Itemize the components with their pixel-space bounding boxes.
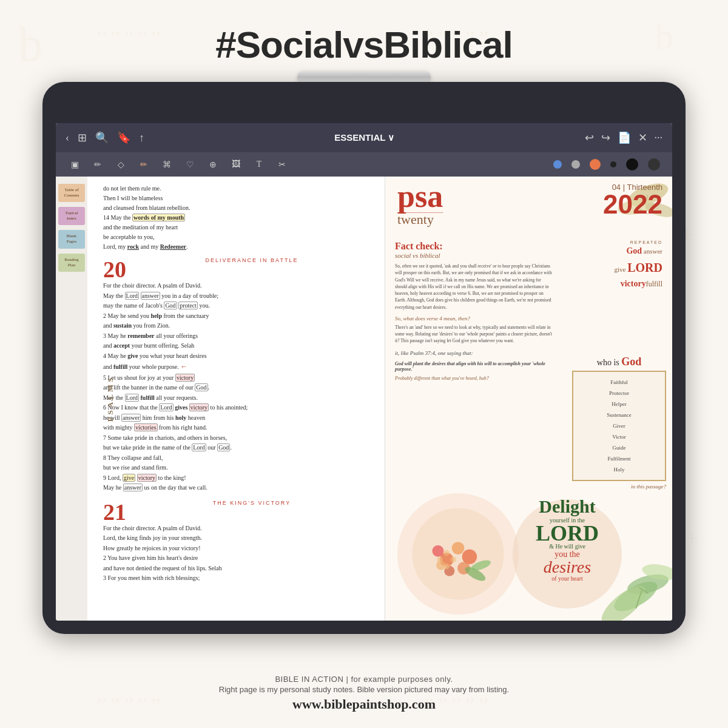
hl3: God: [164, 302, 177, 309]
footer-url: www.biblepaintshop.com: [121, 696, 607, 712]
chapter-21: 21 THE KING'S VICTORY For the choir dire…: [103, 499, 375, 584]
chapter-21-num: 21: [103, 500, 126, 524]
footer: BIBLE IN ACTION | for example purposes o…: [121, 675, 607, 712]
svg-point-16: [433, 545, 444, 557]
text-tool[interactable]: T: [252, 158, 266, 171]
twenty-label: twenty: [397, 212, 443, 228]
hl25: answer: [123, 484, 143, 491]
hl10: fulfill: [113, 363, 127, 370]
shape-tool[interactable]: ♡: [183, 158, 197, 171]
color-black-sm[interactable]: [610, 161, 616, 167]
fact-check-probably: Probably different than what you've hear…: [395, 376, 553, 381]
chapter-20-num: 20: [103, 258, 126, 281]
hl12: God: [195, 383, 207, 391]
word-give: give: [615, 266, 626, 273]
color-orange[interactable]: [590, 159, 601, 170]
hl15: Lord: [159, 403, 173, 411]
top-nav-bar: ‹ ⊞ 🔍 🔖 ↑ ESSENTIAL ∨ ↩ ↪ 📄 ✕ ···: [56, 123, 672, 152]
content-area: Table ofContents TopicalIndex BlankPages…: [56, 177, 672, 621]
tablet-body: ‹ ⊞ 🔍 🔖 ↑ ESSENTIAL ∨ ↩ ↪ 📄 ✕ ··· ▣: [42, 82, 686, 634]
more-icon[interactable]: ···: [655, 132, 663, 144]
word-lord: LORD: [627, 261, 662, 274]
chapter-21-title: THE KING'S VICTORY: [103, 499, 375, 508]
redo-icon[interactable]: ↪: [601, 131, 610, 144]
color-black[interactable]: [626, 158, 638, 170]
hl2: answer: [141, 292, 160, 300]
psalms-label: PSALMS: [104, 376, 116, 422]
doc-icon[interactable]: 📄: [618, 131, 631, 144]
bible-text: do not let them rule me. Then I will be …: [103, 184, 375, 584]
fact-check-conclusion: God will plant the desires that align wi…: [395, 361, 553, 372]
color-blue[interactable]: [553, 160, 562, 169]
arrow-mark: ←: [180, 362, 187, 371]
hl9: give: [127, 352, 138, 359]
fact-check-title: Fact check:: [395, 240, 553, 252]
tab-table-of-contents[interactable]: Table ofContents: [58, 184, 85, 202]
hl16: gives: [175, 404, 187, 411]
redeemer-highlight: Redeemer: [160, 243, 186, 250]
pen-tool[interactable]: ✏: [91, 158, 104, 171]
clip-tool[interactable]: ✂: [275, 158, 289, 171]
tablet-screen: ‹ ⊞ 🔍 🔖 ↑ ESSENTIAL ∨ ↩ ↪ 📄 ✕ ··· ▣: [56, 123, 672, 621]
hl7: remember: [127, 332, 154, 339]
fact-check-quote: it, like Psalm 37:4, one saying that:: [395, 349, 553, 358]
word-fulfill: fulfill: [646, 280, 662, 288]
word-victory: victory: [621, 279, 646, 288]
preceding-verses: do not let them rule me. Then I will be …: [103, 184, 375, 252]
svg-point-17: [452, 542, 465, 554]
word-god: God: [626, 246, 642, 255]
search-icon[interactable]: 🔍: [95, 131, 109, 144]
grid-tool[interactable]: ▣: [68, 158, 81, 171]
who-is-god-title: who is God: [572, 356, 666, 368]
repeated-words-section: REPEATED God answer give LORD victoryful…: [575, 240, 662, 291]
hl20: victories: [134, 423, 157, 431]
tab-blank-pages[interactable]: BlankPages: [58, 230, 85, 248]
chapter-20-text: For the choir director. A psalm of David…: [103, 281, 375, 493]
psa-header: psa twenty: [397, 183, 443, 228]
hl21: Lord: [192, 443, 206, 451]
grid-icon[interactable]: ⊞: [78, 131, 87, 144]
undo-icon[interactable]: ↩: [585, 131, 594, 144]
who-qualities-list: FaithfulProtectorHelperSustenanceGiverVi…: [579, 377, 659, 475]
hl23: give: [123, 474, 135, 482]
share-icon[interactable]: ↑: [139, 132, 144, 144]
date-header: 04 | Thirteenth 2022: [603, 183, 662, 217]
nav-left: ‹ ⊞ 🔍 🔖 ↑: [66, 131, 144, 144]
insert-tool[interactable]: ⊕: [206, 158, 220, 171]
lasso-tool[interactable]: ⌘: [160, 158, 174, 171]
color-black2[interactable]: [648, 158, 660, 170]
image-tool[interactable]: 🖼: [229, 158, 243, 171]
god-label: God: [621, 356, 641, 368]
color-gray[interactable]: [571, 160, 580, 169]
repeated-label: REPEATED: [575, 240, 662, 244]
side-tabs: Table ofContents TopicalIndex BlankPages…: [56, 177, 87, 621]
drawing-toolbar: ▣ ✏ ◇ ✏ ⌘ ♡ ⊕ 🖼 T ✂: [56, 152, 672, 177]
chapter-20-title: DELIVERANCE IN BATTLE: [103, 257, 375, 265]
repeated-words-display: God answer give LORD victoryfulfill: [575, 244, 662, 291]
word-answer: answer: [644, 248, 662, 255]
nav-right: ↩ ↪ 📄 ✕ ···: [585, 131, 663, 144]
floral-svg: [406, 502, 510, 605]
hl8: accept: [113, 342, 130, 349]
word-highlight: words of my mouth: [132, 214, 185, 221]
eraser-tool[interactable]: ◇: [114, 158, 127, 171]
hl13: Lord: [125, 394, 139, 402]
tab-topical-index[interactable]: TopicalIndex: [58, 207, 85, 225]
hl5: help: [151, 312, 162, 319]
svg-point-24: [451, 557, 456, 562]
hl1: Lord: [125, 292, 139, 300]
year-label: 2022: [603, 192, 662, 217]
fact-check-question: So, what does verse 4 mean, then?: [395, 315, 553, 322]
bookmark-icon[interactable]: 🔖: [117, 131, 130, 144]
tab-reading-plan[interactable]: ReadingPlan: [58, 254, 85, 272]
fact-check-section: Fact check: social vs biblical So, often…: [395, 240, 553, 381]
highlight-tool[interactable]: ✏: [137, 158, 150, 171]
page-title: #SocialvsBiblical: [0, 0, 728, 66]
chapter-20: 20 DELIVERANCE IN BATTLE For the choir d…: [103, 257, 375, 493]
back-icon[interactable]: ‹: [66, 132, 69, 144]
floral-circle: [397, 493, 519, 615]
fact-check-body: So, often we see it quoted, 'ask and you…: [395, 263, 553, 311]
close-icon[interactable]: ✕: [638, 131, 647, 144]
rock-highlight: rock: [127, 243, 139, 250]
who-is-god-section: who is God FaithfulProtectorHelperSusten…: [572, 356, 666, 490]
